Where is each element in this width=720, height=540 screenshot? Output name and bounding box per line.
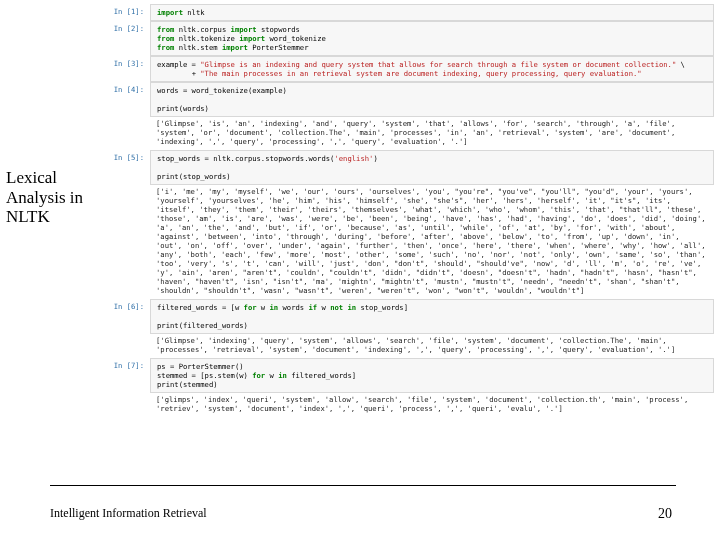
cell-prompt (92, 117, 150, 123)
footer-divider (50, 485, 676, 486)
cell-output: ['Glimpse', 'is', 'an', 'indexing', 'and… (150, 117, 714, 150)
code-cell: In [3]:example = "Glimpse is an indexing… (92, 56, 714, 82)
code-input[interactable]: filtered_words = [w for w in words if w … (150, 299, 714, 334)
cell-prompt (92, 185, 150, 191)
output-cell: ['Glimpse', 'is', 'an', 'indexing', 'and… (92, 117, 714, 150)
cell-prompt (92, 393, 150, 399)
cell-prompt: In [5]: (92, 150, 150, 165)
code-input[interactable]: example = "Glimpse is an indexing and qu… (150, 56, 714, 82)
code-cell: In [6]:filtered_words = [w for w in word… (92, 299, 714, 334)
slide-title: Lexical Analysis in NLTK (6, 168, 88, 227)
output-cell: ['Glimpse', 'indexing', 'query', 'system… (92, 334, 714, 358)
footer-left: Intelligent Information Retrieval (50, 506, 207, 522)
slide: Lexical Analysis in NLTK In [1]:import n… (0, 0, 720, 540)
code-cell: In [4]:words = word_tokenize(example) pr… (92, 82, 714, 117)
cell-prompt: In [6]: (92, 299, 150, 314)
cell-prompt: In [4]: (92, 82, 150, 97)
cell-output: ['glimps', 'index', 'queri', 'system', '… (150, 393, 714, 417)
cell-prompt: In [2]: (92, 21, 150, 36)
code-cell: In [7]:ps = PorterStemmer() stemmed = [p… (92, 358, 714, 393)
slide-footer: Intelligent Information Retrieval 20 (0, 506, 720, 522)
code-cell: In [1]:import nltk (92, 4, 714, 21)
cell-prompt: In [3]: (92, 56, 150, 71)
jupyter-notebook: In [1]:import nltkIn [2]:from nltk.corpu… (92, 4, 714, 484)
footer-page-number: 20 (658, 506, 672, 522)
cell-output: ['i', 'me', 'my', 'myself', 'we', 'our',… (150, 185, 714, 299)
code-input[interactable]: stop_words = nltk.corpus.stopwords.words… (150, 150, 714, 185)
code-cell: In [5]:stop_words = nltk.corpus.stopword… (92, 150, 714, 185)
cell-prompt: In [1]: (92, 4, 150, 19)
output-cell: ['i', 'me', 'my', 'myself', 'we', 'our',… (92, 185, 714, 299)
output-cell: ['glimps', 'index', 'queri', 'system', '… (92, 393, 714, 417)
cell-prompt: In [7]: (92, 358, 150, 373)
code-input[interactable]: from nltk.corpus import stopwords from n… (150, 21, 714, 56)
code-input[interactable]: ps = PorterStemmer() stemmed = [ps.stem(… (150, 358, 714, 393)
cell-prompt (92, 334, 150, 340)
cell-output: ['Glimpse', 'indexing', 'query', 'system… (150, 334, 714, 358)
code-input[interactable]: words = word_tokenize(example) print(wor… (150, 82, 714, 117)
code-cell: In [2]:from nltk.corpus import stopwords… (92, 21, 714, 56)
code-input[interactable]: import nltk (150, 4, 714, 21)
